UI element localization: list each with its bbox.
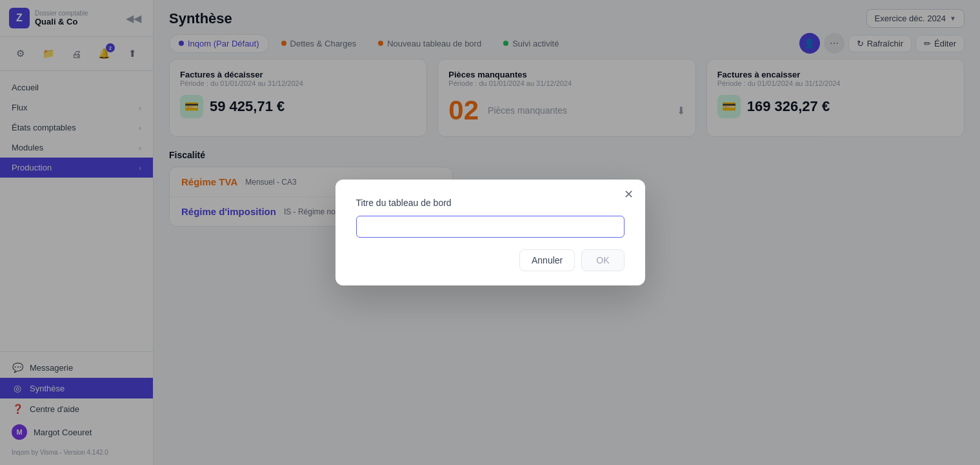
modal-title: Titre du tableau de bord — [356, 198, 625, 208]
modal-dialog: ✕ Titre du tableau de bord Annuler OK — [335, 180, 645, 285]
ok-button[interactable]: OK — [581, 249, 624, 271]
modal-close-button[interactable]: ✕ — [624, 189, 634, 200]
modal-input[interactable] — [356, 216, 625, 238]
modal-actions: Annuler OK — [356, 249, 625, 271]
cancel-button[interactable]: Annuler — [519, 249, 575, 271]
modal-overlay[interactable]: ✕ Titre du tableau de bord Annuler OK — [0, 0, 980, 465]
